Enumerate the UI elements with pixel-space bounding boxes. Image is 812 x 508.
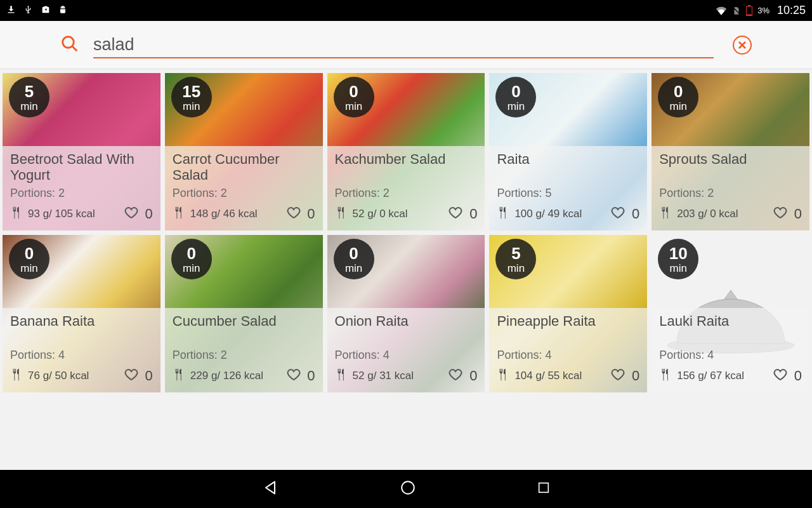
download-icon	[6, 5, 16, 17]
favorite-button[interactable]	[448, 367, 463, 385]
card-bottom-row: 156 g/ 67 kcal0	[659, 367, 802, 387]
status-right: 3% 10:25	[716, 4, 806, 17]
recipe-card[interactable]: 5minBeetroot Salad With YogurtPortions: …	[3, 73, 160, 231]
recipe-portions: Portions: 2	[335, 187, 478, 200]
nav-recent-button[interactable]	[537, 481, 551, 497]
favorite-count: 0	[143, 368, 153, 384]
utensils-icon	[173, 206, 187, 222]
favorite-button[interactable]	[773, 205, 788, 223]
recipe-title: Kachumber Salad	[335, 151, 478, 184]
card-overlay: Beetroot Salad With YogurtPortions: 293 …	[3, 146, 160, 231]
recipe-portions: Portions: 4	[659, 349, 802, 362]
svg-rect-9	[539, 483, 549, 493]
card-overlay: Carrot Cucumber SaladPortions: 2148 g/ 4…	[165, 146, 323, 231]
utensils-icon	[173, 368, 187, 384]
time-value: 5	[25, 83, 34, 100]
utensils-icon	[497, 368, 511, 384]
android-status-bar: 3% 10:25	[0, 0, 812, 21]
recipe-portions: Portions: 2	[10, 187, 153, 200]
card-bottom-row: 104 g/ 55 kcal0	[497, 367, 639, 387]
recipe-portions: Portions: 4	[10, 349, 153, 362]
android-debug-icon	[58, 4, 67, 17]
favorite-count: 0	[792, 368, 802, 384]
card-bottom-row: 100 g/ 49 kcal0	[497, 205, 639, 225]
time-badge: 0min	[495, 77, 536, 117]
recipe-card[interactable]: 10minLauki RaitaPortions: 4156 g/ 67 kca…	[652, 235, 809, 392]
time-badge: 0min	[171, 239, 212, 279]
favorite-button[interactable]	[448, 205, 463, 223]
recipe-card[interactable]: 0minBanana RaitaPortions: 476 g/ 50 kcal…	[3, 235, 160, 392]
time-value: 0	[674, 83, 683, 100]
recipe-card[interactable]: 0minCucumber SaladPortions: 2229 g/ 126 …	[165, 235, 323, 392]
card-bottom-row: 52 g/ 31 kcal0	[335, 367, 478, 387]
recipe-card[interactable]: 0minSprouts SaladPortions: 2203 g/ 0 kca…	[652, 73, 809, 231]
favorite-count: 0	[629, 206, 639, 222]
favorite-button[interactable]	[286, 367, 301, 385]
favorite-button[interactable]	[610, 367, 625, 385]
shop-icon	[41, 4, 51, 17]
svg-line-4	[72, 46, 77, 51]
time-badge: 0min	[658, 77, 698, 117]
time-unit: min	[20, 263, 37, 274]
favorite-button[interactable]	[773, 367, 788, 385]
favorite-button[interactable]	[124, 367, 139, 385]
recipe-title: Onion Raita	[335, 313, 478, 346]
search-bar	[0, 21, 812, 69]
recipe-card[interactable]: 0minRaitaPortions: 5100 g/ 49 kcal0	[489, 73, 647, 231]
search-icon	[60, 34, 79, 56]
card-overlay: Banana RaitaPortions: 476 g/ 50 kcal0	[3, 308, 160, 392]
battery-icon	[746, 5, 752, 16]
time-value: 0	[511, 83, 520, 100]
recipe-card[interactable]: 0minOnion RaitaPortions: 452 g/ 31 kcal0	[327, 235, 485, 392]
time-unit: min	[508, 263, 525, 274]
svg-point-8	[402, 481, 414, 494]
card-bottom-row: 52 g/ 0 kcal0	[335, 205, 478, 225]
time-value: 0	[349, 245, 358, 262]
recipe-portions: Portions: 2	[659, 187, 802, 200]
recipe-card[interactable]: 0minKachumber SaladPortions: 252 g/ 0 kc…	[327, 73, 485, 231]
favorite-count: 0	[305, 368, 315, 384]
nutrition-info: 156 g/ 67 kcal	[677, 370, 769, 382]
utensils-icon	[659, 368, 673, 384]
utensils-icon	[497, 206, 511, 222]
favorite-button[interactable]	[286, 205, 301, 223]
time-badge: 0min	[334, 239, 374, 279]
search-input[interactable]	[93, 31, 714, 58]
recipe-portions: Portions: 4	[497, 349, 639, 362]
card-overlay: Kachumber SaladPortions: 252 g/ 0 kcal0	[327, 146, 485, 231]
status-left	[6, 4, 67, 17]
svg-point-3	[63, 36, 74, 48]
time-unit: min	[669, 263, 686, 274]
card-bottom-row: 148 g/ 46 kcal0	[173, 205, 315, 225]
card-bottom-row: 229 g/ 126 kcal0	[173, 367, 315, 387]
utensils-icon	[10, 206, 24, 222]
utensils-icon	[10, 368, 24, 384]
favorite-count: 0	[143, 206, 153, 222]
card-overlay: Lauki RaitaPortions: 4156 g/ 67 kcal0	[652, 308, 809, 392]
favorite-button[interactable]	[124, 205, 139, 223]
time-unit: min	[345, 101, 362, 112]
time-value: 5	[511, 245, 520, 262]
search-input-wrap	[93, 31, 714, 58]
time-badge: 10min	[658, 239, 698, 279]
recipe-title: Sprouts Salad	[659, 151, 802, 184]
usb-icon	[23, 4, 33, 17]
favorite-button[interactable]	[610, 205, 625, 223]
clear-search-button[interactable]	[733, 36, 752, 55]
nutrition-info: 52 g/ 31 kcal	[353, 370, 445, 382]
time-badge: 5min	[9, 77, 49, 117]
card-bottom-row: 93 g/ 105 kcal0	[10, 205, 153, 225]
nutrition-info: 52 g/ 0 kcal	[353, 208, 445, 220]
time-badge: 0min	[334, 77, 374, 117]
recipe-grid: 5minBeetroot Salad With YogurtPortions: …	[0, 69, 812, 396]
recipe-card[interactable]: 15minCarrot Cucumber SaladPortions: 2148…	[165, 73, 323, 231]
time-badge: 0min	[9, 239, 49, 279]
recipe-portions: Portions: 5	[497, 187, 639, 200]
nav-back-button[interactable]	[261, 479, 279, 499]
recipe-card[interactable]: 5minPineapple RaitaPortions: 4104 g/ 55 …	[489, 235, 647, 392]
nutrition-info: 100 g/ 49 kcal	[514, 208, 606, 220]
favorite-count: 0	[467, 206, 477, 222]
nav-home-button[interactable]	[400, 479, 416, 498]
nutrition-info: 76 g/ 50 kcal	[28, 370, 120, 382]
search-underline	[93, 57, 714, 58]
